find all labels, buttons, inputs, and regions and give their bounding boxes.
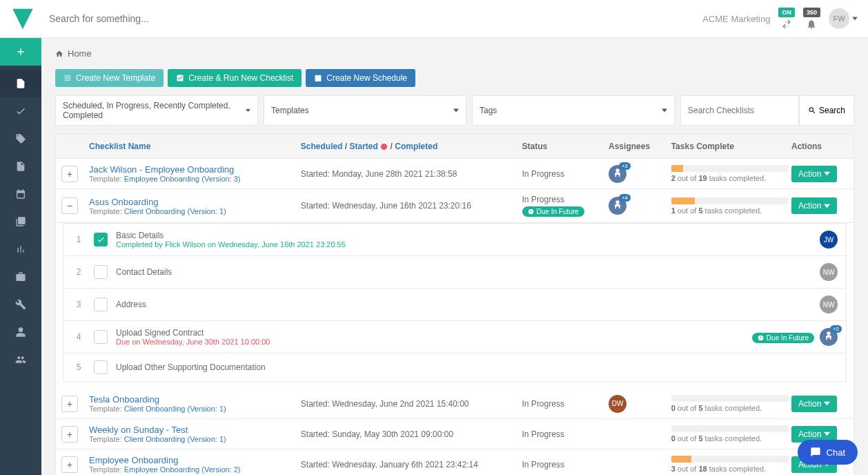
progress-text: 2 out of 19 tasks completed. [671, 174, 791, 182]
subtask-avatar[interactable]: NW [820, 263, 838, 281]
table-row: − Asus Onboarding Template: Client Onboa… [56, 189, 854, 223]
subtask-checkbox[interactable] [94, 233, 108, 246]
bell-icon[interactable] [806, 19, 817, 30]
exchange-icon[interactable] [781, 19, 792, 30]
sidebar-item-checklists[interactable] [0, 70, 41, 97]
due-badge: Due In Future [752, 333, 814, 343]
progress-bar [671, 197, 789, 204]
chat-icon [810, 447, 821, 458]
subtask-row: 1 Basic Details Completed by Flick Wilso… [63, 224, 846, 256]
clock-icon [528, 209, 534, 215]
table-row: + Weekly on Sunday - Test Template: Clie… [56, 419, 854, 449]
user-avatar: FW [829, 8, 849, 29]
assignee-avatar[interactable]: +4 [609, 197, 627, 215]
breadcrumb-home[interactable]: Home [68, 48, 92, 59]
subtask-checkbox[interactable] [94, 265, 108, 279]
expand-button[interactable]: + [61, 166, 78, 182]
svg-point-0 [381, 144, 387, 150]
assignee-avatar[interactable]: DW [609, 395, 627, 413]
header-started[interactable]: Scheduled / Started / Completed [301, 142, 522, 151]
expand-button[interactable]: + [61, 396, 78, 412]
subtask-avatar[interactable]: NW [820, 295, 838, 313]
sidebar-item-users[interactable] [0, 346, 41, 374]
checklist-link[interactable]: Jack Wilson - Employee Onboarding [89, 164, 301, 175]
subtask-title[interactable]: Basic Details [116, 231, 820, 240]
checklist-search-input[interactable] [680, 95, 799, 126]
app-logo [10, 6, 35, 31]
table-row: + Employee Onboarding Template: Employee… [56, 449, 854, 475]
status-text: In Progress [522, 195, 609, 204]
subtask-title[interactable]: Address [116, 300, 820, 309]
assignee-avatar[interactable]: +2 [609, 165, 627, 183]
checklist-search-button[interactable]: Search [799, 95, 854, 126]
assignee-extra-badge: +4 [619, 194, 631, 202]
subtask-checkbox[interactable] [94, 330, 108, 344]
sidebar-item-reports[interactable] [0, 235, 41, 263]
create-run-checklist-button[interactable]: Create & Run New Checklist [168, 69, 302, 87]
header-status[interactable]: Status [522, 142, 609, 151]
subtask-title[interactable]: Contact Details [116, 267, 820, 277]
status-filter-dropdown[interactable]: Scheduled, In Progress, Recently Complet… [55, 95, 258, 126]
header-tasks[interactable]: Tasks Complete [671, 142, 791, 151]
header-name[interactable]: Checklist Name [83, 142, 301, 151]
template-link[interactable]: Client Onboarding (Version: 1) [124, 435, 226, 443]
sidebar-item-library[interactable] [0, 208, 41, 235]
checklist-link[interactable]: Tesla Onboarding [89, 394, 301, 405]
caret-down-icon [662, 108, 667, 113]
status-text: In Progress [522, 169, 564, 179]
expand-button[interactable]: + [61, 456, 78, 473]
sidebar-item-settings[interactable] [0, 291, 41, 318]
subtask-avatar[interactable]: +2 [820, 328, 838, 346]
sidebar-item-tags[interactable] [0, 125, 41, 153]
caret-down-icon [824, 203, 830, 209]
global-search-input[interactable] [49, 13, 702, 24]
sidebar-item-calendar[interactable] [0, 180, 41, 208]
create-template-button[interactable]: Create New Template [55, 69, 164, 87]
user-menu[interactable]: FW [829, 8, 858, 29]
started-text: Started: Wednesday, January 6th 2021 23:… [301, 460, 522, 469]
header-actions: Actions [791, 142, 854, 151]
collapse-button[interactable]: − [61, 197, 78, 214]
status-text: In Progress [522, 429, 564, 439]
template-link[interactable]: Client Onboarding (Version: 1) [124, 405, 226, 413]
caret-down-icon [824, 431, 830, 437]
sidebar-item-user[interactable] [0, 318, 41, 346]
status-text: In Progress [522, 399, 564, 409]
table-header: Checklist Name Scheduled / Started / Com… [56, 135, 854, 159]
subtask-title[interactable]: Upload Signed Contract [116, 328, 752, 338]
subtask-checkbox[interactable] [94, 298, 108, 311]
status-on-badge: ON [778, 8, 795, 17]
subtask-number: 2 [72, 267, 86, 277]
template-link[interactable]: Employee Onboarding (Version: 3) [124, 175, 241, 183]
subtask-checkbox[interactable] [94, 360, 108, 374]
sidebar-item-tasks[interactable] [0, 97, 41, 125]
sidebar-item-files[interactable] [0, 153, 41, 180]
subtask-number: 4 [72, 332, 86, 342]
template-link[interactable]: Client Onboarding (Version: 1) [124, 207, 226, 215]
header-assignees[interactable]: Assignees [609, 142, 671, 151]
template-link[interactable]: Employee Onboarding (Version: 2) [124, 465, 241, 474]
chat-widget[interactable]: Chat [798, 440, 858, 465]
template-line: Template: Client Onboarding (Version: 1) [89, 207, 301, 215]
tags-filter-dropdown[interactable]: Tags [472, 95, 675, 126]
checklist-link[interactable]: Asus Onboarding [89, 197, 301, 207]
due-badge: Due In Future [522, 206, 584, 217]
sidebar-item-briefcase[interactable] [0, 263, 41, 291]
action-button[interactable]: Action [791, 197, 837, 214]
subtask-avatar[interactable]: JW [820, 231, 838, 249]
subtask-meta: Completed by Flick Wilson on Wednesday, … [116, 240, 820, 249]
action-button[interactable]: Action [791, 396, 837, 412]
subtask-number: 3 [72, 300, 86, 309]
checklist-link[interactable]: Weekly on Sunday - Test [89, 425, 301, 435]
subtask-due-text: Due on Wednesday, June 30th 2021 10:00:0… [116, 338, 752, 346]
notification-count-badge: 350 [803, 8, 820, 17]
table-row: + Tesla Onboarding Template: Client Onbo… [56, 389, 854, 419]
sidebar-add-button[interactable] [0, 38, 41, 66]
templates-filter-dropdown[interactable]: Templates [264, 95, 466, 126]
expand-button[interactable]: + [61, 426, 78, 443]
action-button[interactable]: Action [791, 166, 837, 182]
check-square-icon [176, 74, 184, 82]
checklist-link[interactable]: Employee Onboarding [89, 455, 301, 465]
subtask-title[interactable]: Upload Other Supporting Documentation [116, 362, 838, 372]
create-schedule-button[interactable]: Create New Schedule [306, 69, 415, 87]
